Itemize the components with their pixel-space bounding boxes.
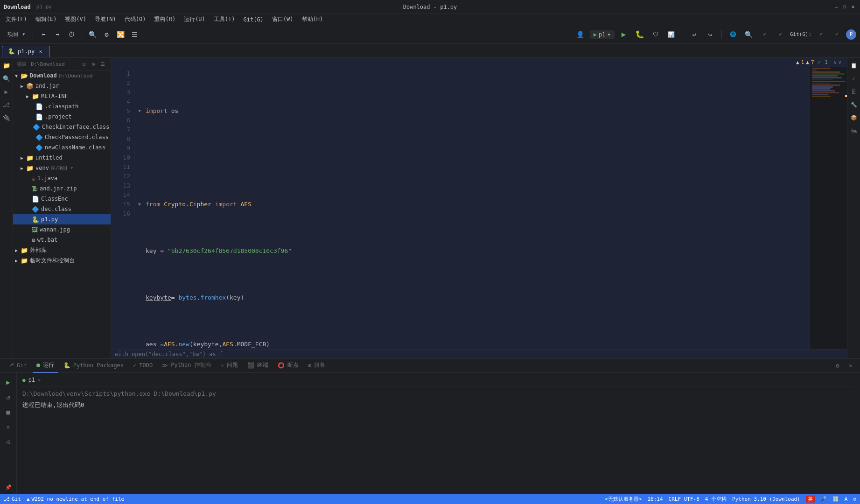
- run-settings-btn[interactable]: 📌: [2, 481, 15, 494]
- run-button[interactable]: ▶: [617, 28, 630, 41]
- tree-item-wananjpg[interactable]: ▶ 🖼 wanan.jpg: [13, 224, 111, 235]
- code-editor[interactable]: ▼ import os ▼ from Crypto.Cipher import: [134, 67, 810, 349]
- tree-item-download[interactable]: ▼ 📂 Download D:\Download: [13, 70, 111, 81]
- redo-button[interactable]: ↪: [704, 28, 717, 41]
- tree-item-checkinterface[interactable]: ▶ 🔷 CheckInterface.class: [13, 122, 111, 132]
- run-stop-btn[interactable]: ■: [2, 406, 15, 419]
- run-icon-btn[interactable]: ▶: [1, 86, 12, 97]
- avatar-button[interactable]: P: [846, 29, 856, 40]
- vcs-push-button[interactable]: ✓: [758, 28, 771, 41]
- coverage-button[interactable]: 🛡: [649, 28, 662, 41]
- file-tree-settings-btn[interactable]: ⚙: [89, 60, 98, 68]
- menu-navigate[interactable]: 导航(N): [91, 14, 120, 24]
- tab-problems[interactable]: ⚠ 问题: [217, 359, 242, 373]
- close-button[interactable]: ✕: [850, 4, 856, 10]
- nav-recent-button[interactable]: ⏱: [65, 28, 78, 41]
- tab-run[interactable]: 运行: [33, 359, 58, 373]
- tree-item-decclass[interactable]: ▶ 🔷 dec.class: [13, 204, 111, 214]
- tree-item-p1py[interactable]: ▶ 🐍 p1.py: [13, 214, 111, 224]
- ant-icon-btn[interactable]: 🐜: [849, 125, 859, 136]
- menu-git[interactable]: Git(G): [240, 15, 267, 24]
- tree-item-untitled[interactable]: ▶ 📁 untitled: [13, 153, 111, 163]
- tab-git[interactable]: ⎇ Git: [4, 359, 31, 373]
- tab-breakpoints[interactable]: ⭕ 断点: [274, 359, 302, 373]
- tree-item-andjar[interactable]: ▶ 📦 and.jar: [13, 81, 111, 91]
- git-icon-btn[interactable]: ⎇: [1, 99, 12, 110]
- tree-item-external-libs[interactable]: ▶ 📁 外部库: [13, 245, 111, 255]
- search-button[interactable]: 🔍: [742, 28, 755, 41]
- tree-item-wtbat[interactable]: ▶ ⚙ wt.bat: [13, 235, 111, 245]
- maximize-button[interactable]: ❐: [841, 4, 848, 10]
- profile-button[interactable]: 📊: [665, 28, 678, 41]
- plugins-icon-btn[interactable]: 🔌: [1, 112, 12, 123]
- menu-code[interactable]: 代码(O): [121, 14, 150, 24]
- tree-item-newclassname[interactable]: ▶ 🔷 newClassName.class: [13, 142, 111, 153]
- menu-edit[interactable]: 编辑(E): [32, 14, 61, 24]
- expand-icon[interactable]: ∧: [833, 59, 837, 65]
- project-icon-btn[interactable]: 📁: [1, 60, 12, 71]
- tree-item-1java[interactable]: ▶ ☕ 1.java: [13, 173, 111, 183]
- nav-back-button[interactable]: ⬅: [37, 28, 50, 41]
- title-bar-left: Download p1.py: [4, 4, 52, 10]
- tab-python-packages[interactable]: 🐍 Python Packages: [60, 359, 127, 373]
- tree-item-metainf[interactable]: ▶ 📁 META-INF: [13, 91, 111, 101]
- database-icon-btn[interactable]: 🗄: [849, 86, 859, 97]
- git-check-button[interactable]: ✓: [814, 28, 827, 41]
- menu-window[interactable]: 窗口(W): [268, 14, 297, 24]
- tree-item-temp-files[interactable]: ▶ 📁 临时文件和控制台: [13, 255, 111, 266]
- run-play-btn[interactable]: ▶: [2, 376, 15, 389]
- undo-button[interactable]: ↩: [688, 28, 701, 41]
- bottom-close-btn[interactable]: ×: [845, 360, 856, 371]
- tab-todo[interactable]: ✓ TODO: [129, 359, 156, 373]
- menu-run[interactable]: 运行(U): [180, 14, 209, 24]
- tree-item-andjarzip[interactable]: ▶ 🗜 and.jar.zip: [13, 183, 111, 194]
- todo-icon-btn[interactable]: ✓: [849, 73, 859, 84]
- search-everywhere-button[interactable]: 🔍: [86, 28, 99, 41]
- settings-button[interactable]: ⚙: [100, 28, 113, 41]
- notifications-icon-btn[interactable]: 📋: [849, 60, 859, 71]
- tree-item-checkpassword[interactable]: ▶ 🔷 CheckPassword.class: [13, 132, 111, 142]
- tab-services[interactable]: ⚙ 服务: [304, 359, 329, 373]
- tree-item-venv[interactable]: ▶ 📁 venv 库/项目 ▾: [13, 163, 111, 173]
- tab-python-console[interactable]: ≫ Python 控制台: [158, 359, 215, 373]
- menu-tools[interactable]: 工具(T): [210, 14, 239, 24]
- file-tree-collapse-btn[interactable]: ⊟: [80, 60, 88, 68]
- gradle-icon-btn[interactable]: 🔧: [849, 99, 859, 110]
- project-section: 项目 ▾: [4, 28, 29, 41]
- menu-file[interactable]: 文件(F): [2, 14, 31, 24]
- tab-p1py[interactable]: 🐍 p1.py ×: [2, 46, 50, 57]
- menu-refactor[interactable]: 重构(R): [150, 14, 179, 24]
- update-button[interactable]: ✓: [774, 28, 787, 41]
- collapse-icon[interactable]: ∨: [838, 59, 841, 65]
- run-tab-close[interactable]: ×: [38, 377, 41, 383]
- menu-view[interactable]: 视图(V): [61, 14, 90, 24]
- nav-forward-button[interactable]: ➡: [51, 28, 64, 41]
- menu-button[interactable]: ☰: [128, 28, 141, 41]
- vcs-button[interactable]: 🔀: [114, 28, 127, 41]
- menu-help[interactable]: 帮助(H): [298, 14, 327, 24]
- python-console-icon: ≫: [162, 362, 168, 369]
- find-icon-btn[interactable]: 🔍: [1, 73, 12, 84]
- git-update-button[interactable]: ✓: [830, 28, 843, 41]
- debug-button[interactable]: 🐛: [633, 28, 646, 41]
- account-button[interactable]: 👤: [574, 28, 587, 41]
- file-tree-close-btn[interactable]: ☰: [98, 60, 107, 68]
- run-print-btn[interactable]: 🖨: [2, 435, 15, 448]
- translate-button[interactable]: 🌐: [727, 28, 740, 41]
- tab-terminal[interactable]: ⬛ 终端: [244, 359, 272, 373]
- tab-close-button[interactable]: ×: [37, 48, 44, 55]
- run-dot-icon: [36, 364, 40, 367]
- maven-icon-btn[interactable]: 📦: [849, 112, 859, 123]
- bottom-settings-btn[interactable]: ⚙: [832, 360, 843, 371]
- cls-aes: AES: [241, 200, 252, 209]
- code-container[interactable]: 1 2 3 4 5 6 7 8 9 10 11 12 13 14 15 16: [111, 67, 847, 349]
- project-dropdown[interactable]: 项目 ▾: [4, 28, 29, 41]
- run-filter-btn[interactable]: ≡: [2, 420, 15, 434]
- tree-item-classpath[interactable]: ▶ 📄 .classpath: [13, 101, 111, 112]
- run-reload-btn[interactable]: ↺: [2, 391, 15, 404]
- tree-item-classenc[interactable]: ▶ 📄 ClassEnc: [13, 194, 111, 204]
- run-config-dropdown[interactable]: ▶ p1 ▾: [590, 30, 615, 39]
- file-tree-title: 项目 D:\Download: [17, 61, 65, 68]
- minimize-button[interactable]: —: [833, 4, 839, 10]
- tree-item-project[interactable]: ▶ 📄 .project: [13, 112, 111, 122]
